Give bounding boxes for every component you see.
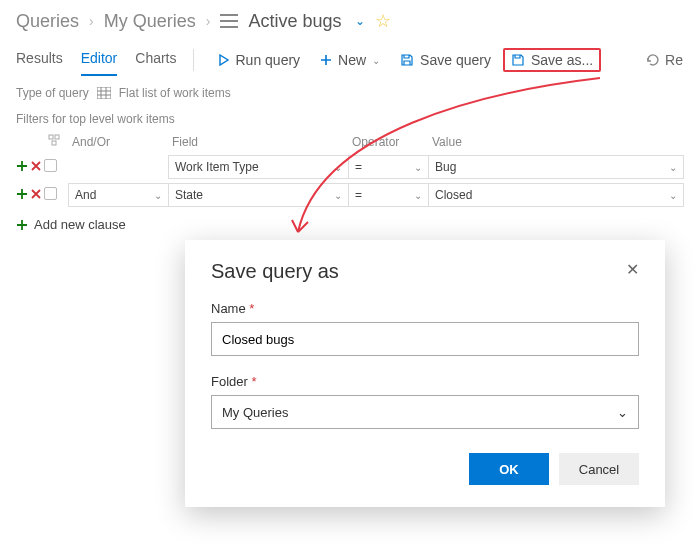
add-row-button[interactable] (16, 188, 28, 203)
filter-row: And⌄ State⌄ =⌄ Closed⌄ (16, 181, 683, 209)
save-as-button[interactable]: Save as... (503, 48, 601, 72)
chevron-down-icon: ⌄ (334, 162, 342, 173)
breadcrumb-current[interactable]: Active bugs (248, 11, 341, 32)
filters-heading: Filters for top level work items (0, 106, 699, 130)
value-cell[interactable]: Bug⌄ (428, 155, 684, 179)
andor-cell[interactable] (68, 155, 169, 179)
svg-rect-5 (55, 135, 59, 139)
remove-row-button[interactable] (30, 160, 42, 175)
value-cell[interactable]: Closed⌄ (428, 183, 684, 207)
chevron-down-icon: ⌄ (617, 405, 628, 420)
col-operator: Operator (348, 135, 428, 149)
folder-select[interactable]: My Queries ⌄ (211, 395, 639, 429)
tree-icon (44, 134, 68, 149)
ok-button[interactable]: OK (469, 453, 549, 485)
play-icon (218, 54, 230, 66)
revert-button[interactable]: Re (645, 52, 683, 68)
new-button[interactable]: New ⌄ (312, 48, 388, 72)
svg-rect-6 (52, 141, 56, 145)
plus-icon (320, 54, 332, 66)
operator-cell[interactable]: =⌄ (348, 183, 429, 207)
query-type-value[interactable]: Flat list of work items (119, 86, 231, 100)
andor-cell[interactable]: And⌄ (68, 183, 169, 207)
save-as-icon (511, 53, 525, 67)
svg-rect-0 (220, 14, 238, 16)
run-query-label: Run query (236, 52, 301, 68)
query-type-bar: Type of query Flat list of work items (0, 76, 699, 106)
col-field: Field (168, 135, 348, 149)
svg-rect-4 (49, 135, 53, 139)
filter-row: Work Item Type⌄ =⌄ Bug⌄ (16, 153, 683, 181)
breadcrumb-root[interactable]: Queries (16, 11, 79, 32)
breadcrumb-folder[interactable]: My Queries (104, 11, 196, 32)
toolbar: Results Editor Charts Run query New ⌄ Sa… (0, 38, 699, 76)
save-query-dialog: Save query as ✕ Name * Folder * My Queri… (185, 240, 665, 507)
svg-rect-2 (220, 26, 238, 28)
filters-table: And/Or Field Operator Value Work Item Ty… (0, 130, 699, 209)
chevron-down-icon: ⌄ (372, 55, 380, 66)
filters-header-row: And/Or Field Operator Value (16, 130, 683, 153)
required-indicator: * (249, 301, 254, 316)
col-value: Value (428, 135, 683, 149)
save-query-button[interactable]: Save query (392, 48, 499, 72)
name-input[interactable] (211, 322, 639, 356)
chevron-down-icon: ⌄ (414, 190, 422, 201)
svg-rect-1 (220, 20, 238, 22)
revert-label: Re (665, 52, 683, 68)
tabs: Results Editor Charts (16, 44, 177, 76)
chevron-down-icon: ⌄ (414, 162, 422, 173)
query-type-label: Type of query (16, 86, 89, 100)
chevron-down-icon[interactable]: ⌄ (355, 14, 365, 28)
grid-icon (97, 87, 111, 99)
add-row-button[interactable] (16, 160, 28, 175)
required-indicator: * (251, 374, 256, 389)
row-checkbox[interactable] (44, 159, 57, 172)
chevron-down-icon: ⌄ (334, 190, 342, 201)
star-icon[interactable]: ☆ (375, 10, 391, 32)
cancel-button[interactable]: Cancel (559, 453, 639, 485)
plus-icon (16, 219, 28, 231)
chevron-right-icon: › (206, 13, 211, 29)
add-clause-label: Add new clause (34, 217, 126, 232)
col-andor: And/Or (68, 135, 168, 149)
undo-icon (645, 53, 659, 67)
save-as-label: Save as... (531, 52, 593, 68)
chevron-down-icon: ⌄ (669, 162, 677, 173)
new-label: New (338, 52, 366, 68)
close-icon[interactable]: ✕ (626, 260, 639, 279)
svg-rect-3 (97, 87, 111, 99)
divider (193, 49, 194, 71)
save-query-label: Save query (420, 52, 491, 68)
chevron-down-icon: ⌄ (154, 190, 162, 201)
row-checkbox[interactable] (44, 187, 57, 200)
field-cell[interactable]: State⌄ (168, 183, 349, 207)
name-label: Name * (211, 301, 639, 316)
breadcrumb: Queries › My Queries › Active bugs ⌄ ☆ (0, 0, 699, 38)
folder-value: My Queries (222, 405, 288, 420)
save-icon (400, 53, 414, 67)
add-clause-button[interactable]: Add new clause (0, 209, 699, 240)
run-query-button[interactable]: Run query (210, 48, 309, 72)
field-cell[interactable]: Work Item Type⌄ (168, 155, 349, 179)
remove-row-button[interactable] (30, 188, 42, 203)
dialog-title: Save query as (211, 260, 339, 283)
tab-editor[interactable]: Editor (81, 44, 118, 76)
operator-cell[interactable]: =⌄ (348, 155, 429, 179)
tab-results[interactable]: Results (16, 44, 63, 76)
tab-charts[interactable]: Charts (135, 44, 176, 76)
chevron-right-icon: › (89, 13, 94, 29)
list-icon (220, 14, 238, 28)
folder-label: Folder * (211, 374, 639, 389)
chevron-down-icon: ⌄ (669, 190, 677, 201)
